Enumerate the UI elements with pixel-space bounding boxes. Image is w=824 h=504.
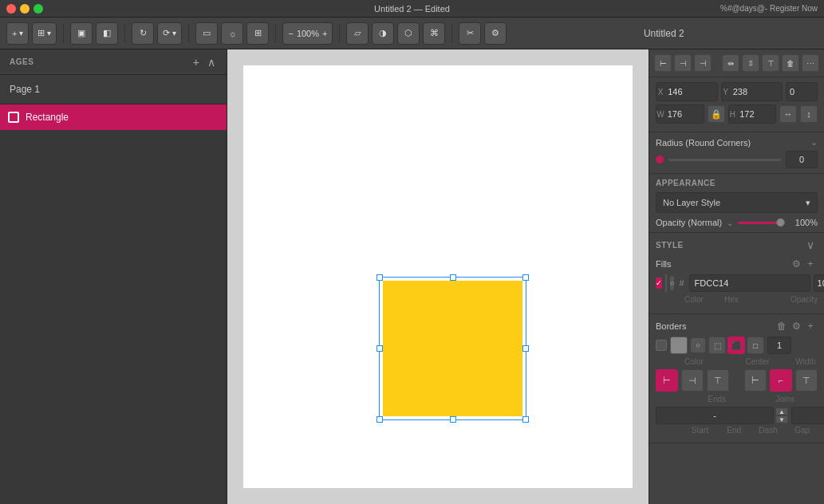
preview-button[interactable]: ▱ [346, 22, 369, 45]
distribute-h-button[interactable]: ⇹ [722, 54, 739, 72]
opacity-thumb[interactable] [776, 219, 785, 227]
zoom-plus-icon[interactable]: + [322, 29, 327, 38]
fills-add-button[interactable]: + [803, 257, 818, 271]
rectangle-shape[interactable] [383, 281, 522, 416]
link-button[interactable]: ⌘ [423, 22, 445, 45]
x-input[interactable] [664, 87, 716, 96]
borders-add-button[interactable]: + [803, 319, 818, 333]
lock-ratio-button[interactable]: 🔒 [708, 105, 725, 123]
layer-style-dropdown[interactable]: No Layer Style ▾ [656, 192, 818, 213]
collapse-pages-button[interactable]: ∧ [206, 56, 217, 69]
handle-bot-mid[interactable] [450, 416, 456, 423]
x-field[interactable]: X [656, 82, 718, 101]
fill-hex-input[interactable] [689, 274, 810, 292]
align-left-button[interactable]: ⊢ [654, 54, 672, 72]
distribute-v-button[interactable]: ⇳ [742, 54, 759, 72]
handle-bot-left[interactable] [377, 416, 383, 423]
delete-button[interactable]: 🗑 [782, 54, 799, 72]
handle-top-mid[interactable] [450, 274, 456, 281]
border-color-swatch[interactable] [670, 337, 688, 354]
border-center-button[interactable]: ⬛ [727, 337, 745, 354]
zoom-control[interactable]: − 100% + [282, 22, 333, 45]
pages-header: AGES + ∧ [0, 49, 227, 75]
grid-tool[interactable]: ⊞ [246, 22, 269, 45]
h-field[interactable]: H [728, 104, 777, 124]
border-mode-button[interactable]: ○ [691, 338, 705, 352]
select-button[interactable]: ▣ [70, 22, 93, 45]
handle-mid-left[interactable] [377, 345, 383, 352]
fill-checkbox[interactable]: ✓ [656, 278, 662, 289]
export-button[interactable]: ◑ [372, 22, 394, 45]
start-input[interactable] [656, 407, 774, 424]
border-outer-button[interactable]: □ [747, 337, 764, 354]
join-style-2-button[interactable]: ⌐ [770, 369, 792, 392]
join-style-3-button[interactable]: ⊤ [795, 369, 818, 392]
handle-top-left[interactable] [377, 274, 383, 281]
border-width-input[interactable] [767, 337, 791, 354]
borders-delete-button[interactable]: 🗑 [775, 319, 789, 333]
layers-area: Rectangle [0, 104, 227, 504]
fill-tool[interactable]: ☼ [221, 22, 243, 45]
fill-opacity-input[interactable] [814, 274, 824, 292]
flip-h-button[interactable]: ↔ [779, 105, 797, 123]
radius-value[interactable]: 0 [786, 151, 818, 168]
register-text[interactable]: %#@days@- Register Now [720, 4, 818, 13]
canvas-area[interactable] [227, 49, 649, 504]
fill-mode-button[interactable]: ○ [670, 276, 674, 290]
rectangle-layer[interactable]: Rectangle [0, 104, 227, 130]
select-type-button[interactable]: ◧ [96, 22, 118, 45]
maximize-button[interactable] [34, 4, 43, 14]
radius-dropdown-icon[interactable]: ⌄ [810, 137, 818, 148]
layers-button[interactable]: ⊞ ▾ [32, 22, 57, 45]
close-button[interactable] [6, 4, 16, 14]
handle-bot-right[interactable] [522, 416, 529, 423]
end-input[interactable] [791, 407, 824, 424]
rotate-more-button[interactable]: ⟳ ▾ [157, 22, 182, 45]
start-stepper: ▲ ▼ [775, 408, 788, 423]
join-style-1-button[interactable]: ⊢ [744, 369, 767, 392]
rotation-input[interactable] [787, 87, 817, 96]
page-1-item[interactable]: Page 1 [0, 78, 227, 100]
cut-button[interactable]: ✂ [459, 22, 481, 45]
fill-color-swatch[interactable] [665, 274, 667, 292]
zoom-minus-icon[interactable]: − [288, 29, 293, 38]
radius-slider[interactable] [668, 159, 781, 161]
left-sidebar: AGES + ∧ Page 1 Rectangle [0, 49, 227, 504]
end-style-2-button[interactable]: ⊣ [681, 369, 704, 392]
handle-mid-right[interactable] [522, 345, 529, 352]
align-center-h-button[interactable]: ⊣ [674, 54, 692, 72]
component-button[interactable]: ⬡ [397, 22, 420, 45]
layers-icon: ⊞ [37, 28, 45, 38]
start-up-button[interactable]: ▲ [775, 408, 788, 415]
align-right-button[interactable]: ⊣ [694, 54, 712, 72]
y-field[interactable]: Y [721, 82, 783, 101]
fills-settings-button[interactable]: ⚙ [789, 257, 803, 271]
handle-top-right[interactable] [522, 274, 529, 281]
border-checkbox[interactable] [656, 340, 667, 351]
separator-5 [339, 24, 340, 43]
borders-settings-button[interactable]: ⚙ [789, 319, 803, 333]
opacity-slider[interactable] [738, 222, 785, 224]
color-label: Color [684, 295, 704, 304]
opacity-dropdown-icon[interactable]: ⌄ [727, 219, 733, 227]
border-inner-button[interactable]: ⬚ [708, 337, 726, 354]
flip-v-button[interactable]: ↕ [800, 105, 818, 123]
rectangle-tool[interactable]: ▭ [195, 22, 218, 45]
align-v-button[interactable]: ⊤ [762, 54, 779, 72]
y-input[interactable] [730, 87, 782, 96]
h-input[interactable] [736, 109, 775, 119]
rotate-button[interactable]: ↻ [132, 22, 154, 45]
settings-button[interactable]: ⚙ [484, 22, 507, 45]
w-input[interactable] [664, 109, 704, 119]
start-down-button[interactable]: ▼ [775, 415, 788, 423]
add-page-button[interactable]: + [191, 56, 201, 69]
end-style-3-button[interactable]: ⊤ [707, 369, 729, 392]
minimize-button[interactable] [20, 4, 30, 14]
style-collapse-button[interactable]: ∨ [803, 238, 818, 252]
radius-title: Radius (Round Corners) [656, 138, 806, 148]
more-button[interactable]: ⋯ [802, 54, 819, 72]
w-field[interactable]: W [656, 104, 704, 124]
end-style-1-button[interactable]: ⊢ [656, 369, 678, 392]
rotation-field[interactable] [786, 82, 818, 101]
insert-button[interactable]: + ▾ [6, 22, 29, 45]
